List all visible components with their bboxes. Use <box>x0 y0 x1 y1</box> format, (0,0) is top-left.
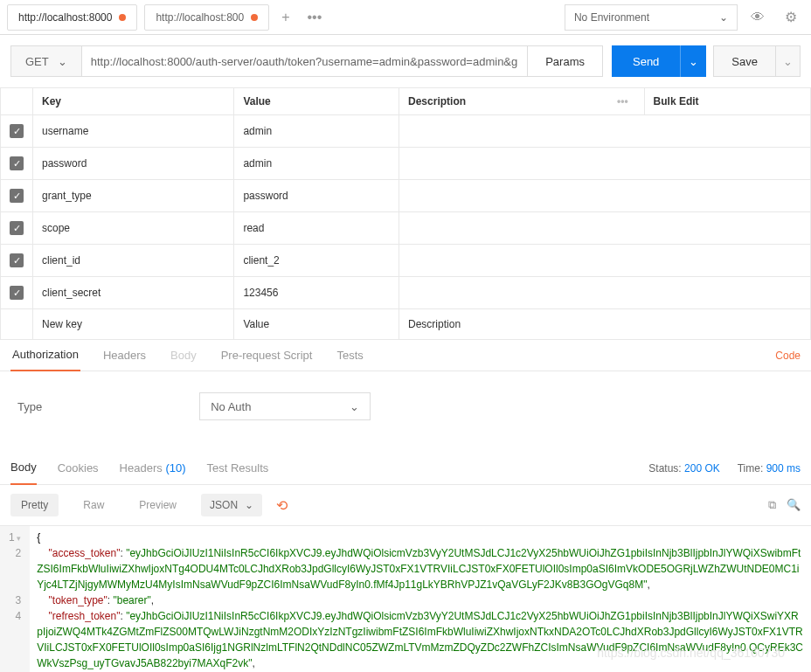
request-section-tabs: Authorization Headers Body Pre-request S… <box>0 340 811 371</box>
param-key[interactable]: client_id <box>33 245 234 277</box>
raw-button[interactable]: Raw <box>73 494 114 516</box>
chevron-down-icon: ⌄ <box>719 11 728 24</box>
preview-button[interactable]: Preview <box>128 494 187 516</box>
request-tab-1[interactable]: http://localhost:8000 <box>7 4 137 31</box>
param-key[interactable]: grant_type <box>33 180 234 212</box>
param-value[interactable]: admin <box>234 115 399 148</box>
method-select[interactable]: GET ⌄ <box>10 45 82 77</box>
tab-more-icon[interactable]: ••• <box>302 10 328 25</box>
request-bar: GET ⌄ Params Send ⌄ Save ⌄ <box>0 35 811 87</box>
table-row[interactable]: ✓ password admin <box>1 148 811 180</box>
auth-type-label: Type <box>17 400 42 413</box>
chevron-down-icon: ⌄ <box>58 55 67 68</box>
status-value: 200 OK <box>684 462 720 475</box>
chevron-down-icon: ⌄ <box>783 55 793 68</box>
key-header: Key <box>33 88 234 115</box>
environment-label: No Environment <box>574 11 649 24</box>
new-row[interactable]: New key Value Description <box>1 309 811 340</box>
body-toolbar: Pretty Raw Preview JSON ⌄ ⟲ ⧉ 🔍 <box>0 485 811 525</box>
param-key[interactable]: password <box>33 148 234 180</box>
param-key[interactable]: scope <box>33 212 234 245</box>
param-value[interactable]: read <box>234 212 399 245</box>
pretty-button[interactable]: Pretty <box>10 494 59 516</box>
tab-label: http://localhost:8000 <box>18 11 112 24</box>
watermark: https://blog.csdn.net/qq_36160730 <box>597 646 785 660</box>
resp-tab-headers[interactable]: Headers (10) <box>120 452 186 485</box>
resp-tab-cookies[interactable]: Cookies <box>58 452 99 485</box>
new-key-input[interactable]: New key <box>33 309 234 340</box>
auth-type-select[interactable]: No Auth ⌄ <box>199 392 371 420</box>
search-icon[interactable]: 🔍 <box>787 498 801 512</box>
environment-select[interactable]: No Environment ⌄ <box>565 4 738 31</box>
checkbox-icon[interactable]: ✓ <box>10 221 24 235</box>
tab-body[interactable]: Body <box>169 340 198 371</box>
checkbox-icon[interactable]: ✓ <box>10 286 24 300</box>
line-gutter: 12 34 56789 <box>0 526 30 672</box>
resp-tab-tests[interactable]: Test Results <box>207 452 269 485</box>
copy-icon[interactable]: ⧉ <box>768 498 776 512</box>
tab-headers[interactable]: Headers <box>101 340 148 371</box>
auth-type-value: No Auth <box>211 400 251 413</box>
param-description[interactable] <box>399 245 811 277</box>
table-row[interactable]: ✓ client_secret 123456 <box>1 277 811 309</box>
params-button[interactable]: Params <box>528 45 603 77</box>
value-header: Value <box>234 88 399 115</box>
time-value: 900 ms <box>766 462 801 475</box>
params-table: Key Value Description ••• Bulk Edit ✓ us… <box>0 87 811 340</box>
tabs-bar: http://localhost:8000 http://localhost:8… <box>0 0 811 35</box>
new-description-input[interactable]: Description <box>399 309 811 340</box>
add-tab-icon[interactable]: + <box>276 10 295 25</box>
bulk-edit-link[interactable]: Bulk Edit <box>644 88 810 115</box>
param-description[interactable] <box>399 148 811 180</box>
table-row[interactable]: ✓ scope read <box>1 212 811 245</box>
gear-icon[interactable]: ⚙ <box>778 4 804 31</box>
param-key[interactable]: username <box>33 115 234 148</box>
send-dropdown[interactable]: ⌄ <box>680 45 706 77</box>
new-value-input[interactable]: Value <box>234 309 399 340</box>
param-value[interactable]: password <box>234 180 399 212</box>
format-select[interactable]: JSON ⌄ <box>201 494 262 516</box>
param-description[interactable] <box>399 212 811 245</box>
checkbox-header <box>1 88 33 115</box>
tab-authorization[interactable]: Authorization <box>10 340 80 371</box>
save-button[interactable]: Save <box>713 45 776 77</box>
auth-panel: Type No Auth ⌄ <box>0 371 811 452</box>
param-value[interactable]: 123456 <box>234 277 399 309</box>
param-description[interactable] <box>399 115 811 148</box>
more-icon[interactable]: ••• <box>617 95 635 107</box>
send-button[interactable]: Send <box>612 45 680 77</box>
response-meta: Status: 200 OK Time: 900 ms <box>648 462 801 475</box>
param-value[interactable]: client_2 <box>234 245 399 277</box>
chevron-down-icon: ⌄ <box>689 55 698 68</box>
request-tab-2[interactable]: http://localhost:800 <box>144 4 269 31</box>
checkbox-icon[interactable]: ✓ <box>10 156 24 170</box>
eye-icon[interactable]: 👁 <box>745 4 771 31</box>
tab-tests[interactable]: Tests <box>335 340 364 371</box>
table-row[interactable]: ✓ grant_type password <box>1 180 811 212</box>
environment-bar: No Environment ⌄ 👁 ⚙ <box>565 4 804 31</box>
table-row[interactable]: ✓ client_id client_2 <box>1 245 811 277</box>
unsaved-dot-icon <box>251 14 258 21</box>
checkbox-icon[interactable]: ✓ <box>10 189 24 203</box>
resp-tab-body[interactable]: Body <box>10 452 37 485</box>
chevron-down-icon: ⌄ <box>245 499 253 511</box>
wrap-icon[interactable]: ⟲ <box>276 497 288 514</box>
tab-pre-request[interactable]: Pre-request Script <box>219 340 315 371</box>
tab-label: http://localhost:800 <box>156 11 244 24</box>
param-key[interactable]: client_secret <box>33 277 234 309</box>
unsaved-dot-icon <box>119 14 126 21</box>
checkbox-icon[interactable]: ✓ <box>10 124 24 138</box>
param-value[interactable]: admin <box>234 148 399 180</box>
response-tabs: Body Cookies Headers (10) Test Results S… <box>0 452 811 485</box>
checkbox-icon[interactable]: ✓ <box>10 253 24 267</box>
method-label: GET <box>25 55 49 68</box>
save-dropdown[interactable]: ⌄ <box>776 45 801 77</box>
table-row[interactable]: ✓ username admin <box>1 115 811 148</box>
url-input[interactable] <box>82 45 528 77</box>
param-description[interactable] <box>399 180 811 212</box>
chevron-down-icon: ⌄ <box>350 400 359 413</box>
description-header: Description ••• <box>399 88 645 115</box>
code-link[interactable]: Code <box>775 350 801 362</box>
param-description[interactable] <box>399 277 811 309</box>
